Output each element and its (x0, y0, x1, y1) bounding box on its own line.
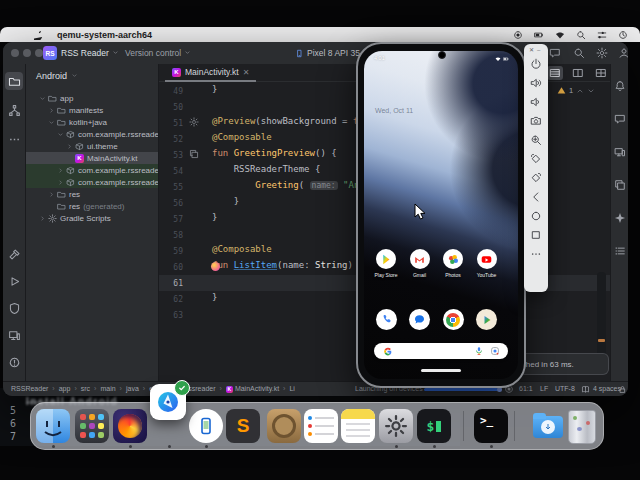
breadcrumb-item[interactable]: app (59, 385, 71, 392)
vcs-selector[interactable]: Version control (125, 48, 191, 58)
search-icon[interactable] (576, 30, 586, 40)
dock-item-firefox[interactable] (113, 409, 147, 443)
layers-icon[interactable] (614, 179, 626, 191)
lock-icon[interactable] (618, 385, 627, 394)
line-separator[interactable]: LF (540, 385, 548, 392)
mic-icon[interactable] (474, 346, 484, 356)
zoom-in-icon[interactable] (530, 134, 542, 146)
back-icon[interactable] (530, 191, 542, 203)
star4-icon[interactable] (614, 212, 626, 224)
dock-item-notes[interactable] (341, 409, 375, 443)
tree-item-gradle-scripts[interactable]: Gradle Scripts (26, 212, 158, 224)
tree-item-manifests[interactable]: manifests (26, 104, 158, 116)
control-center-icon[interactable] (597, 30, 607, 40)
breadcrumb-item[interactable]: src (81, 385, 90, 392)
dock-item-android-emulator[interactable] (189, 409, 223, 443)
tree-item-com-example-rssreader[interactable]: com.example.rssreader(andro (26, 164, 158, 176)
user-icon[interactable] (618, 47, 628, 59)
hammer-icon[interactable] (5, 245, 23, 263)
dock-app-icon-phone-app[interactable] (376, 309, 397, 330)
list-icon[interactable] (614, 245, 626, 257)
gesture-navigation-bar[interactable] (421, 369, 461, 372)
editor-scrollbar[interactable] (597, 272, 606, 356)
reader-mode-icon[interactable] (581, 385, 590, 394)
more-h-icon[interactable] (530, 248, 542, 260)
tree-item-ui-theme[interactable]: ui.theme (26, 140, 158, 152)
tree-item-res[interactable]: res (26, 188, 158, 200)
apple-logo-icon[interactable] (34, 30, 44, 40)
folder-icon[interactable] (5, 72, 23, 90)
vol-down-icon[interactable] (530, 96, 542, 108)
emulator-close-icon[interactable]: ✕ (529, 47, 537, 53)
emulator-phone-window[interactable]: 4:01 Wed, Oct 11 Play StoreGmailPhotosYo… (356, 42, 526, 388)
tree-item-kotlin-java[interactable]: kotlin+java (26, 116, 158, 128)
project-view-selector[interactable]: Android (36, 71, 78, 81)
dock-item-sublime-text[interactable]: S (226, 409, 260, 443)
dock-item-downloads[interactable] (531, 409, 565, 443)
minimize-window-button[interactable] (23, 49, 31, 57)
dock-app-icon-chrome[interactable] (443, 309, 464, 330)
breadcrumb-item[interactable]: Li (289, 385, 294, 392)
file-encoding[interactable]: UTF-8 (555, 385, 575, 392)
overview-icon[interactable] (530, 229, 542, 241)
compose-preview-icon[interactable] (211, 262, 220, 271)
dock-item-android-studio[interactable] (150, 384, 186, 420)
emulator-minimize-icon[interactable]: – (537, 47, 543, 53)
rotate-right-icon[interactable] (530, 172, 542, 184)
clock-icon[interactable] (618, 30, 628, 40)
dock-item-system-settings[interactable] (379, 409, 413, 443)
breadcrumb-item[interactable]: RSSReader (11, 385, 48, 392)
view-split-toggle[interactable] (570, 66, 586, 80)
breadcrumb-item[interactable]: main (100, 385, 115, 392)
wifi-icon[interactable] (555, 30, 565, 40)
dock-item-reminders[interactable] (304, 409, 338, 443)
chat-icon[interactable] (614, 113, 626, 125)
tree-item-app[interactable]: app (26, 92, 158, 104)
gear-gutter-icon[interactable] (189, 117, 199, 127)
tree-item-com-example-rssreader[interactable]: com.example.rssreader (26, 128, 158, 140)
chat-icon[interactable] (549, 47, 561, 59)
google-search-bar[interactable] (374, 343, 508, 359)
project-selector[interactable]: RSS Reader (61, 48, 119, 58)
power-icon[interactable] (530, 58, 542, 70)
problems-icon[interactable] (5, 353, 23, 371)
devices-icon[interactable] (614, 146, 626, 158)
dock-item-terminal[interactable]: $ (417, 409, 451, 443)
breadcrumb-item[interactable]: rssreader (186, 385, 216, 392)
indent-setting[interactable]: 4 spaces (593, 385, 621, 392)
dock-item-finder[interactable] (36, 409, 70, 443)
gear-icon[interactable] (596, 47, 608, 59)
camera-icon[interactable] (530, 115, 542, 127)
tab-mainactivity[interactable]: K MainActivity.kt ✕ (165, 64, 256, 82)
search-icon[interactable] (573, 47, 585, 59)
home-icon[interactable] (530, 210, 542, 222)
more-h-icon[interactable] (5, 130, 23, 148)
bell-icon[interactable] (614, 80, 626, 92)
app-icon-youtube[interactable] (477, 249, 497, 269)
dock-app-icon-google-tv[interactable] (476, 309, 497, 330)
app-icon-photos[interactable] (443, 249, 463, 269)
view-grid-toggle[interactable] (593, 66, 609, 80)
caret-position[interactable]: 61:1 (519, 385, 533, 392)
close-tab-icon[interactable]: ✕ (243, 68, 250, 77)
dock-item-iterm[interactable]: >_ (474, 409, 508, 443)
structure-icon[interactable] (5, 101, 23, 119)
tree-item-mainactivity-kt[interactable]: KMainActivity.kt (26, 152, 158, 164)
rotate-left-icon[interactable] (530, 153, 542, 165)
devices-icon[interactable] (5, 326, 23, 344)
tree-item-res[interactable]: res(generated) (26, 200, 158, 212)
tree-item-com-example-rssreader[interactable]: com.example.rssreader(test) (26, 176, 158, 188)
close-window-button[interactable] (11, 49, 19, 57)
app-icon-gmail[interactable] (410, 249, 430, 269)
dock-app-icon-messages[interactable] (409, 309, 430, 330)
breadcrumb-item[interactable]: KMainActivity.kt (226, 385, 279, 393)
layers-gutter-icon[interactable] (189, 149, 199, 159)
battery-icon[interactable] (534, 30, 544, 40)
run-icon[interactable] (5, 272, 23, 290)
phone-screen[interactable]: 4:01 Wed, Oct 11 Play StoreGmailPhotosYo… (364, 51, 518, 379)
dock-item-utm[interactable] (267, 409, 301, 443)
dock-item-trash[interactable] (565, 409, 599, 443)
record-icon[interactable] (513, 30, 523, 40)
vol-up-icon[interactable] (530, 77, 542, 89)
shield-icon[interactable] (5, 299, 23, 317)
